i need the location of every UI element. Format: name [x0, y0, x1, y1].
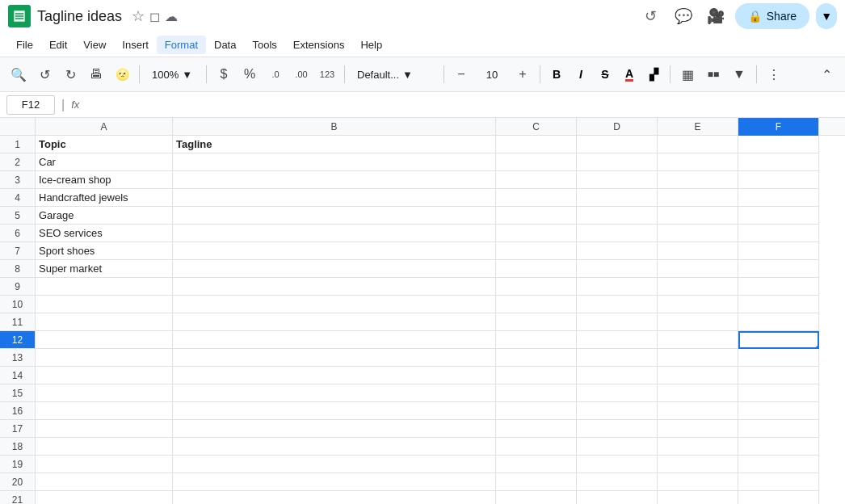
cell[interactable]	[577, 473, 658, 491]
cell[interactable]	[658, 171, 738, 189]
cell[interactable]	[658, 225, 738, 242]
cell[interactable]	[496, 153, 577, 171]
menu-data[interactable]: Data	[206, 36, 244, 54]
cell[interactable]	[173, 225, 496, 242]
cell[interactable]	[658, 242, 738, 260]
row-number[interactable]: 6	[0, 225, 36, 242]
cell[interactable]	[577, 384, 658, 402]
dec-decrease-button[interactable]: .0	[263, 62, 288, 86]
cell[interactable]	[738, 225, 819, 242]
cell[interactable]: Tagline	[173, 136, 496, 153]
row-number[interactable]: 17	[0, 420, 36, 438]
cell[interactable]	[496, 225, 577, 242]
cell[interactable]	[738, 278, 819, 296]
cell[interactable]	[173, 349, 496, 367]
more-options-button[interactable]: ⋮	[762, 62, 786, 86]
cell[interactable]	[738, 207, 819, 225]
cell[interactable]	[173, 402, 496, 420]
menu-view[interactable]: View	[75, 36, 114, 54]
text-color-button[interactable]: A	[618, 63, 641, 86]
menu-extensions[interactable]: Extensions	[285, 36, 353, 54]
cell[interactable]	[658, 491, 738, 504]
share-button[interactable]: 🔒 Share	[735, 3, 809, 29]
cell[interactable]	[577, 242, 658, 260]
cell[interactable]	[658, 278, 738, 296]
collapse-toolbar-button[interactable]: ⌃	[814, 62, 839, 86]
row-number[interactable]: 11	[0, 313, 36, 331]
col-header-d[interactable]: D	[577, 118, 658, 136]
video-icon[interactable]: 🎥	[703, 3, 729, 29]
menu-edit[interactable]: Edit	[41, 36, 75, 54]
borders-button[interactable]: ▦	[675, 62, 700, 86]
cell[interactable]	[658, 331, 738, 349]
cell[interactable]	[658, 260, 738, 278]
font-size-input[interactable]: 10	[475, 62, 509, 86]
currency-button[interactable]: $	[212, 62, 236, 86]
cell[interactable]	[738, 491, 819, 504]
col-header-a[interactable]: A	[36, 118, 173, 136]
cell[interactable]: Ice-cream shop	[36, 171, 173, 189]
cell[interactable]: SEO services	[36, 225, 173, 242]
cloud-icon[interactable]: ☁	[165, 9, 178, 24]
row-number[interactable]: 7	[0, 242, 36, 260]
col-header-c[interactable]: C	[496, 118, 577, 136]
cell[interactable]	[738, 473, 819, 491]
col-header-b[interactable]: B	[173, 118, 496, 136]
fill-handle[interactable]	[816, 346, 819, 349]
cell[interactable]	[658, 153, 738, 171]
cell[interactable]	[658, 420, 738, 438]
dec-increase-button[interactable]: .00	[289, 62, 313, 86]
cell[interactable]	[496, 278, 577, 296]
cell[interactable]	[738, 349, 819, 367]
cell[interactable]	[658, 367, 738, 384]
cell[interactable]	[496, 296, 577, 313]
cell[interactable]	[577, 153, 658, 171]
cell[interactable]	[173, 171, 496, 189]
share-dropdown-button[interactable]: ▼	[816, 3, 837, 29]
cell[interactable]	[577, 136, 658, 153]
row-number[interactable]: 3	[0, 171, 36, 189]
cell[interactable]	[36, 491, 173, 504]
cell[interactable]	[658, 456, 738, 473]
cell[interactable]	[173, 491, 496, 504]
history-icon[interactable]: ↺	[638, 3, 664, 29]
search-icon[interactable]: 🔍	[6, 62, 31, 86]
zoom-dropdown[interactable]: 100% ▼	[145, 62, 201, 86]
cell[interactable]	[496, 402, 577, 420]
cell[interactable]	[577, 296, 658, 313]
drive-icon[interactable]: ◻	[149, 9, 160, 24]
cell[interactable]	[36, 456, 173, 473]
row-number[interactable]: 19	[0, 456, 36, 473]
cell[interactable]	[36, 296, 173, 313]
cell[interactable]: Topic	[36, 136, 173, 153]
comment-icon[interactable]: 💬	[671, 3, 696, 29]
cell[interactable]	[577, 402, 658, 420]
cell[interactable]	[658, 189, 738, 207]
menu-format[interactable]: Format	[157, 36, 206, 54]
cell[interactable]	[658, 438, 738, 456]
cell[interactable]	[577, 260, 658, 278]
cell[interactable]: Car	[36, 153, 173, 171]
cell[interactable]	[496, 384, 577, 402]
cell[interactable]	[577, 491, 658, 504]
cell[interactable]	[496, 207, 577, 225]
cell[interactable]	[36, 349, 173, 367]
row-number[interactable]: 12	[0, 331, 36, 349]
cell[interactable]	[496, 438, 577, 456]
cell[interactable]	[173, 456, 496, 473]
cell[interactable]	[577, 420, 658, 438]
font-size-increase-button[interactable]: +	[511, 62, 535, 86]
row-number[interactable]: 13	[0, 349, 36, 367]
cell[interactable]	[738, 260, 819, 278]
cell[interactable]	[173, 384, 496, 402]
print-button[interactable]: 🖶	[84, 62, 108, 86]
cell[interactable]	[496, 189, 577, 207]
cell[interactable]	[738, 153, 819, 171]
cell[interactable]	[173, 420, 496, 438]
cell[interactable]	[577, 171, 658, 189]
cell[interactable]	[738, 456, 819, 473]
cell[interactable]	[173, 438, 496, 456]
cell[interactable]	[36, 278, 173, 296]
cell[interactable]	[738, 313, 819, 331]
col-header-e[interactable]: E	[658, 118, 738, 136]
